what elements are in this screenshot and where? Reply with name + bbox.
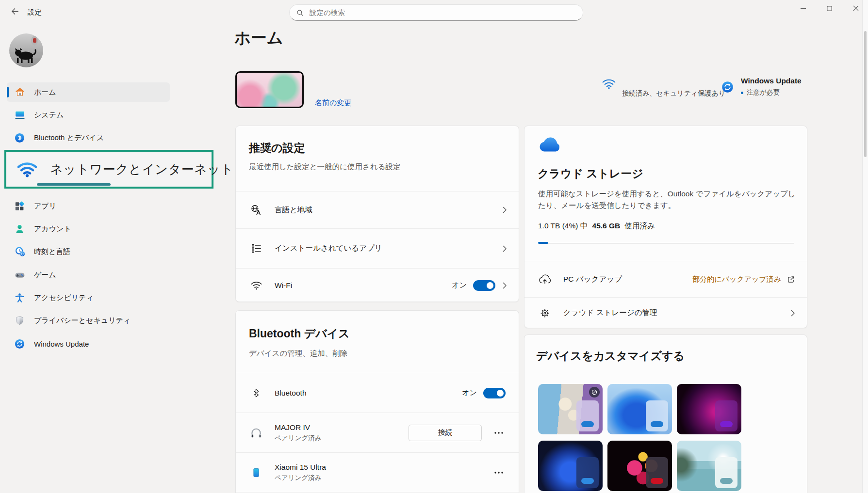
- sidebar-item-network-highlighted[interactable]: ネットワークとインターネット: [4, 150, 213, 189]
- storage-usage-text: 1.0 TB (4%) 中 45.6 GB 使用済み: [538, 221, 655, 231]
- accent-pill: [581, 421, 594, 427]
- row-manage-cloud-storage[interactable]: クラウド ストレージの管理: [524, 297, 807, 328]
- row-device-major-iv[interactable]: MAJOR IV ペアリング済み 接続: [236, 413, 519, 452]
- network-status[interactable]: 接続済み、セキュリティ保護あり: [602, 78, 725, 98]
- search-box[interactable]: [289, 4, 583, 21]
- bluetooth-toggle[interactable]: [483, 388, 506, 398]
- usage-prefix: 1.0 TB (4%) 中: [538, 222, 588, 230]
- user-avatar[interactable]: [9, 33, 43, 67]
- sidebar-item-label: アカウント: [34, 224, 71, 234]
- sidebar-item-gaming[interactable]: ゲーム: [7, 265, 170, 285]
- recommended-settings-card: 推奨の設定 最近使用した設定と一般的に使用される設定 言語と地域 インストールさ…: [235, 126, 519, 302]
- theme-preview-overlay: [646, 400, 668, 431]
- sidebar-item-label: ホーム: [34, 88, 56, 97]
- bluetooth-icon: [14, 132, 26, 144]
- maximize-button[interactable]: [818, 0, 840, 16]
- sidebar-item-label: プライバシーとセキュリティ: [34, 316, 131, 325]
- card-title: Bluetooth デバイス: [249, 326, 350, 341]
- row-label: Bluetooth: [275, 389, 307, 398]
- sidebar-item-time-language[interactable]: 時刻と言語: [7, 242, 170, 261]
- row-label: クラウド ストレージの管理: [563, 308, 657, 318]
- row-language-region[interactable]: 言語と地域: [236, 191, 519, 228]
- update-status-text: 注意が必要: [747, 88, 780, 97]
- row-wifi[interactable]: Wi-Fi オン: [236, 268, 519, 302]
- sidebar-item-label: ゲーム: [34, 270, 56, 280]
- theme-tile-photo-collage[interactable]: [538, 384, 603, 434]
- wifi-toggle[interactable]: [473, 280, 495, 291]
- account-icon: [14, 223, 26, 235]
- search-icon: [296, 9, 304, 16]
- highlighted-item-label: ネットワークとインターネット: [50, 161, 233, 178]
- row-device-xiaomi[interactable]: Xiaomi 15 Ultra ペアリング済み: [236, 452, 519, 492]
- card-subtitle: 最近使用した設定と一般的に使用される設定: [249, 162, 401, 172]
- bluetooth-rune-icon: [249, 388, 263, 398]
- cloud-storage-card: クラウド ストレージ 使用可能なストレージを使用すると、Outlook でファイ…: [524, 126, 807, 328]
- toggle-state-label: オン: [462, 388, 477, 398]
- wifi-icon: [17, 160, 37, 178]
- search-input[interactable]: [309, 8, 576, 17]
- theme-preview-overlay: [715, 457, 737, 488]
- theme-tile-bloom-dark[interactable]: [538, 441, 603, 491]
- device-name: MAJOR IV: [275, 423, 321, 432]
- storage-progress-bar: [538, 242, 794, 244]
- hide-suggestion-icon[interactable]: [589, 387, 600, 398]
- scrollbar-track[interactable]: [862, 0, 868, 493]
- progress-fill: [538, 242, 548, 244]
- device-status: ペアリング済み: [275, 434, 321, 443]
- accent-pill: [651, 478, 663, 484]
- theme-tile-glow-purple[interactable]: [677, 384, 741, 434]
- sidebar-item-apps[interactable]: アプリ: [7, 196, 170, 216]
- cloud-description: 使用可能なストレージを使用すると、Outlook でファイルをバックアップしたり…: [538, 188, 797, 211]
- card-title: デバイスをカスタマイズする: [536, 349, 685, 364]
- windows-update-status[interactable]: Windows Update 注意が必要: [721, 77, 802, 97]
- minimize-button[interactable]: [792, 0, 814, 16]
- back-button[interactable]: [6, 4, 23, 18]
- connect-button[interactable]: 接続: [409, 425, 482, 441]
- sidebar-item-privacy-security[interactable]: プライバシーとセキュリティ: [7, 311, 170, 330]
- clock-globe-icon: [14, 246, 26, 258]
- theme-tile-flower-dark[interactable]: [607, 441, 672, 491]
- rename-link[interactable]: 名前の変更: [315, 98, 351, 108]
- progress-track: [538, 243, 794, 243]
- row-pc-backup[interactable]: PC バックアップ 部分的にバックアップ済み: [524, 261, 807, 297]
- card-subtitle: デバイスの管理、追加、削除: [249, 349, 347, 359]
- gear-icon: [538, 308, 552, 318]
- theme-preview-overlay: [576, 457, 599, 488]
- theme-tile-bloom-light[interactable]: [607, 384, 672, 434]
- sidebar-item-home[interactable]: ホーム: [7, 82, 170, 102]
- windows-update-icon: [721, 80, 734, 94]
- wifi-icon: [249, 280, 263, 290]
- row-label: 言語と地域: [275, 205, 312, 215]
- sidebar-item-system[interactable]: システム: [7, 105, 170, 125]
- theme-preview-overlay: [646, 457, 668, 488]
- more-options-button[interactable]: [491, 426, 507, 440]
- row-separator: [236, 492, 519, 493]
- external-link-icon: [787, 275, 795, 284]
- selected-indicator: [7, 87, 9, 97]
- row-installed-apps[interactable]: インストールされているアプリ: [236, 228, 519, 268]
- chevron-right-icon: [502, 245, 507, 253]
- sidebar-item-accounts[interactable]: アカウント: [7, 219, 170, 239]
- scrollbar-thumb[interactable]: [864, 31, 867, 157]
- device-wallpaper-preview: [235, 71, 304, 108]
- sidebar-item-accessibility[interactable]: アクセシビリティ: [7, 288, 170, 307]
- app-title: 設定: [28, 8, 42, 17]
- row-bluetooth-toggle[interactable]: Bluetooth オン: [236, 373, 519, 413]
- back-arrow-icon: [10, 7, 19, 16]
- chevron-right-icon: [502, 282, 507, 289]
- usage-suffix: 使用済み: [625, 222, 655, 230]
- network-status-text: 接続済み、セキュリティ保護あり: [622, 89, 725, 98]
- sidebar-item-bluetooth-devices[interactable]: Bluetooth とデバイス: [7, 128, 170, 147]
- language-globe-icon: [249, 204, 263, 216]
- theme-tile-beach[interactable]: [677, 441, 741, 491]
- app-list-icon: [249, 243, 263, 254]
- more-options-button[interactable]: [491, 465, 507, 480]
- device-status: ペアリング済み: [275, 474, 326, 482]
- covered-row-sliver: [37, 183, 111, 186]
- apps-icon: [14, 200, 26, 212]
- accent-pill: [720, 478, 733, 484]
- accent-pill: [720, 421, 733, 427]
- sidebar-item-windows-update[interactable]: Windows Update: [7, 334, 170, 353]
- shield-icon: [14, 315, 26, 327]
- backup-status-text: 部分的にバックアップ済み: [692, 275, 781, 284]
